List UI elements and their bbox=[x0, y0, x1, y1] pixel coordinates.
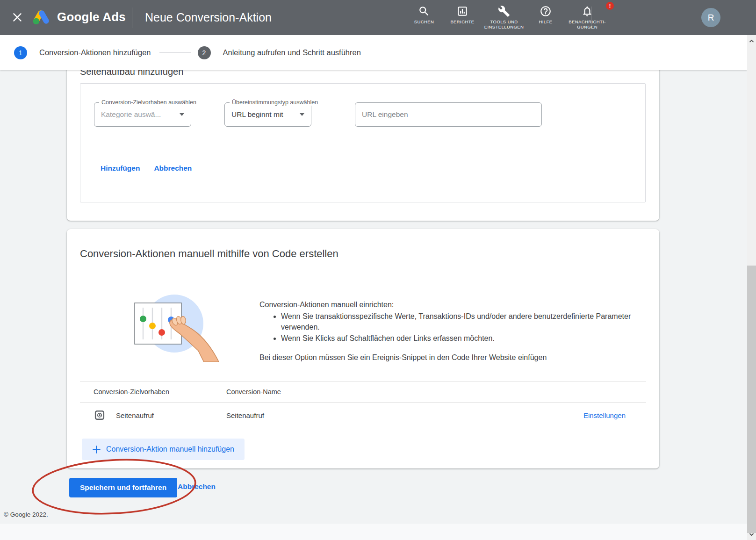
avatar[interactable]: R bbox=[701, 8, 720, 27]
google-ads-logo: Google Ads bbox=[32, 8, 126, 25]
url-field[interactable] bbox=[355, 102, 542, 127]
table-row[interactable]: Seitenaufruf Seitenaufruf Einstellungen bbox=[80, 403, 646, 428]
nav-search[interactable]: SUCHEN bbox=[405, 5, 443, 24]
step-1-number: 1 bbox=[14, 46, 27, 59]
sliders-hand-illustration bbox=[130, 289, 228, 362]
manual-card-title: Conversion-Aktionen manuell mithilfe von… bbox=[80, 248, 338, 260]
close-icon[interactable] bbox=[11, 11, 24, 24]
save-and-continue-button[interactable]: Speichern und fortfahren bbox=[69, 478, 177, 497]
nav-help[interactable]: HILFE bbox=[526, 5, 565, 24]
appbar-nav: SUCHEN BERICHTE TOOLS UND EINSTELLUNGEN bbox=[405, 5, 610, 29]
pageview-form-box: Conversion-Zielvorhaben auswählen Katego… bbox=[80, 83, 646, 202]
app-bar: Google Ads Neue Conversion-Aktion SUCHEN… bbox=[0, 0, 756, 35]
conversion-goal-select[interactable]: Conversion-Zielvorhaben auswählen Katego… bbox=[94, 102, 191, 127]
chevron-down-icon bbox=[300, 113, 304, 116]
manual-intro: Conversion-Aktionen manuell einrichten: bbox=[259, 299, 634, 310]
nav-reports[interactable]: BERICHTE bbox=[443, 5, 482, 24]
cancel-button[interactable]: Abbrechen bbox=[154, 164, 192, 173]
search-icon bbox=[418, 5, 430, 17]
step-2[interactable]: 2 Anleitung aufrufen und Schritt ausführ… bbox=[198, 46, 361, 59]
manual-instructions: Conversion-Aktionen manuell einrichten: … bbox=[259, 299, 634, 363]
stepper-bar: 1 Conversion-Aktionen hinzufügen 2 Anlei… bbox=[0, 35, 747, 70]
conversion-goal-value: Kategorie auswä... bbox=[101, 110, 174, 119]
page-title: Neue Conversion-Aktion bbox=[145, 11, 272, 24]
manual-bullet-2: Wenn Sie Klicks auf Schaltflächen oder L… bbox=[281, 333, 634, 344]
scroll-down-arrow[interactable] bbox=[747, 530, 756, 539]
step-2-label: Anleitung aufrufen und Schritt ausführen bbox=[223, 48, 361, 57]
match-type-label: Übereinstimmungstyp auswählen bbox=[230, 99, 320, 106]
step-1[interactable]: 1 Conversion-Aktionen hinzufügen bbox=[14, 46, 151, 59]
add-manual-conversion-label: Conversion-Aktion manuell hinzufügen bbox=[106, 445, 234, 454]
bottom-cancel-link[interactable]: Abbrechen bbox=[178, 482, 216, 491]
row-name-value: Seitenaufruf bbox=[226, 411, 583, 419]
step-2-number: 2 bbox=[198, 46, 211, 59]
bell-icon bbox=[581, 5, 593, 17]
conversion-table: Conversion-Zielvorhaben Conversion-Name … bbox=[80, 381, 646, 428]
pageview-card: Seitenaufbau hinzufügen Conversion-Zielv… bbox=[67, 59, 659, 221]
add-manual-conversion-button[interactable]: Conversion-Aktion manuell hinzufügen bbox=[82, 439, 245, 460]
scroll-up-arrow[interactable] bbox=[747, 37, 756, 45]
bar-chart-icon bbox=[456, 5, 468, 17]
add-button[interactable]: Hinzufügen bbox=[101, 164, 140, 173]
plus-icon bbox=[92, 445, 101, 454]
settings-link[interactable]: Einstellungen bbox=[583, 411, 626, 419]
screen: Google Ads Neue Conversion-Aktion SUCHEN… bbox=[0, 0, 756, 540]
chevron-down-icon bbox=[180, 113, 184, 116]
row-goal-value: Seitenaufruf bbox=[116, 411, 226, 419]
step-1-label: Conversion-Aktionen hinzufügen bbox=[39, 48, 151, 57]
page-bottom-strip bbox=[0, 524, 747, 540]
nav-notifications[interactable]: ! BENACHRICHTI- GUNGEN bbox=[565, 5, 610, 29]
appbar-divider bbox=[132, 7, 132, 28]
manual-note: Bei dieser Option müssen Sie ein Ereigni… bbox=[259, 352, 634, 363]
wrench-icon bbox=[498, 5, 510, 17]
column-header-goal: Conversion-Zielvorhaben bbox=[80, 388, 226, 396]
conversion-goal-label: Conversion-Zielvorhaben auswählen bbox=[99, 99, 199, 106]
scrollbar[interactable] bbox=[747, 35, 756, 540]
nav-tools-settings[interactable]: TOOLS UND EINSTELLUNGEN bbox=[482, 5, 526, 29]
match-type-value: URL beginnt mit bbox=[231, 110, 294, 119]
manual-bullet-list: Wenn Sie transaktionsspezifische Werte, … bbox=[259, 311, 634, 344]
help-icon bbox=[540, 5, 552, 17]
copyright-text: © Google 2022. bbox=[4, 511, 48, 518]
table-header: Conversion-Zielvorhaben Conversion-Name bbox=[80, 381, 646, 403]
match-type-select[interactable]: Übereinstimmungstyp auswählen URL beginn… bbox=[224, 102, 311, 127]
notification-badge: ! bbox=[606, 2, 614, 10]
scrollbar-thumb[interactable] bbox=[747, 266, 756, 533]
pageview-icon bbox=[94, 410, 105, 421]
url-input[interactable] bbox=[362, 110, 535, 119]
nav-divider bbox=[591, 7, 591, 28]
pageview-form-actions: Hinzufügen Abbrechen bbox=[101, 164, 192, 173]
step-connector bbox=[159, 52, 191, 53]
manual-bullet-1: Wenn Sie transaktionsspezifische Werte, … bbox=[281, 311, 634, 332]
google-ads-logo-icon bbox=[32, 8, 50, 25]
brand-name: Google Ads bbox=[57, 10, 126, 24]
manual-card: Conversion-Aktionen manuell mithilfe von… bbox=[67, 229, 659, 468]
column-header-name: Conversion-Name bbox=[226, 388, 646, 396]
